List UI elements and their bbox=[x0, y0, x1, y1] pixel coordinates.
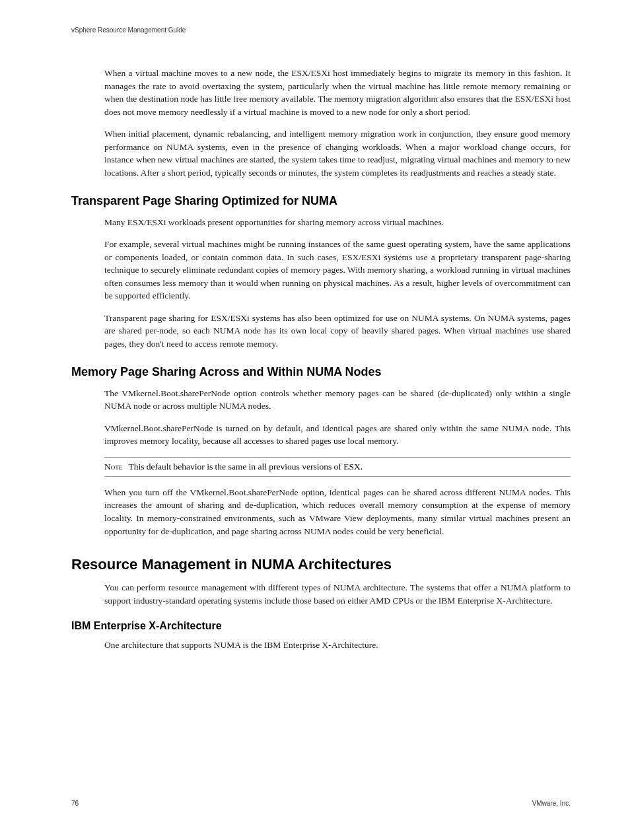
note-text: This default behavior is the same in all… bbox=[128, 462, 363, 472]
body-paragraph: When a virtual machine moves to a new no… bbox=[104, 67, 571, 118]
body-paragraph: The VMkernel.Boot.sharePerNode option co… bbox=[104, 387, 571, 413]
body-paragraph: When initial placement, dynamic rebalanc… bbox=[104, 127, 571, 179]
section-heading-transparent-page-sharing: Transparent Page Sharing Optimized for N… bbox=[71, 194, 571, 208]
company-name: VMware, Inc. bbox=[532, 800, 571, 807]
content-area: Many ESX/ESXi workloads present opportun… bbox=[104, 216, 571, 351]
page-number: 76 bbox=[71, 800, 79, 807]
section-heading-memory-page-sharing: Memory Page Sharing Across and Within NU… bbox=[71, 365, 571, 379]
body-paragraph: You can perform resource management with… bbox=[104, 581, 571, 607]
content-area: You can perform resource management with… bbox=[104, 581, 571, 607]
body-paragraph: When you turn off the VMkernel.Boot.shar… bbox=[104, 486, 571, 538]
content-area: When a virtual machine moves to a new no… bbox=[104, 67, 571, 180]
page-footer: 76 VMware, Inc. bbox=[71, 800, 571, 807]
body-paragraph: For example, several virtual machines mi… bbox=[104, 238, 571, 302]
body-paragraph: VMkernel.Boot.sharePerNode is turned on … bbox=[104, 422, 571, 448]
header-title: vSphere Resource Management Guide bbox=[71, 26, 186, 34]
section-heading-ibm-enterprise: IBM Enterprise X-Architecture bbox=[71, 620, 571, 632]
content-area: One architecture that supports NUMA is t… bbox=[104, 639, 571, 652]
body-paragraph: Transparent page sharing for ESX/ESXi sy… bbox=[104, 312, 571, 351]
section-heading-resource-management: Resource Management in NUMA Architecture… bbox=[71, 556, 571, 573]
note-label: Note bbox=[104, 462, 122, 472]
body-paragraph: Many ESX/ESXi workloads present opportun… bbox=[104, 216, 571, 229]
content-area: The VMkernel.Boot.sharePerNode option co… bbox=[104, 387, 571, 538]
note-callout: Note This default behavior is the same i… bbox=[104, 457, 571, 477]
page-header: vSphere Resource Management Guide bbox=[71, 26, 571, 34]
body-paragraph: One architecture that supports NUMA is t… bbox=[104, 639, 571, 652]
